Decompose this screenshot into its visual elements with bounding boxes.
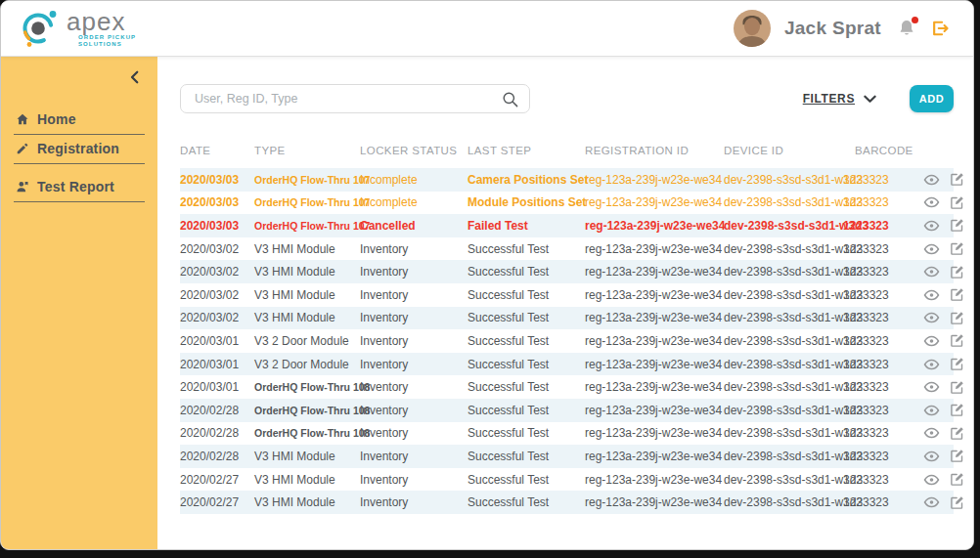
view-icon[interactable] — [923, 380, 940, 394]
edit-icon[interactable] — [950, 495, 964, 510]
records-table: DATE TYPE LOCKER STATUS LAST STEP REGIST… — [180, 140, 954, 514]
chevron-left-icon — [126, 68, 144, 86]
edit-icon[interactable] — [950, 357, 964, 371]
user-name: Jack Sprat — [784, 18, 881, 39]
table-row[interactable]: 2020/03/03 OrderHQ Flow-Thru 107 Cancell… — [180, 214, 954, 237]
notification-badge — [912, 17, 918, 23]
sidebar-item-label: Test Report — [37, 179, 114, 194]
edit-icon[interactable] — [950, 472, 964, 487]
logout-button[interactable] — [930, 19, 950, 38]
table-row[interactable]: 2020/03/03 OrderHQ Flow-Thru 107 Incompl… — [180, 192, 954, 215]
table-row[interactable]: 2020/03/03 OrderHQ Flow-Thru 107 Incompl… — [180, 168, 954, 192]
view-icon[interactable] — [923, 473, 940, 487]
view-icon[interactable] — [923, 426, 940, 440]
brand-name: apex — [67, 11, 136, 32]
apex-logo-icon — [19, 7, 60, 50]
logout-icon — [930, 19, 950, 38]
top-header: apex ORDER PICKUP SOLUTIONS Jack Sprat — [1, 1, 973, 57]
table-row[interactable]: 2020/03/01 OrderHQ Flow-Thru 108 Invento… — [180, 375, 954, 399]
avatar-photo — [734, 10, 771, 47]
filters-button[interactable]: FILTERS — [803, 92, 876, 106]
edit-icon[interactable] — [950, 287, 964, 302]
col-header-barcode: BARCODE — [855, 145, 923, 156]
edit-icon[interactable] — [950, 311, 964, 325]
edit-icon[interactable] — [950, 195, 964, 210]
table-row[interactable]: 2020/02/27 V3 HMI Module Inventory Succe… — [180, 491, 954, 514]
sidebar-item-test-report[interactable]: Test Report — [14, 173, 145, 202]
search-icon[interactable] — [501, 90, 519, 108]
sidebar-item-label: Home — [37, 111, 76, 127]
add-button[interactable]: ADD — [910, 85, 954, 112]
apex-logo: apex ORDER PICKUP SOLUTIONS — [19, 7, 136, 50]
table-row[interactable]: 2020/02/28 V3 HMI Module Inventory Succe… — [180, 445, 954, 468]
edit-icon[interactable] — [950, 265, 964, 279]
search-input[interactable] — [195, 92, 501, 106]
col-header-locker-status: LOCKER STATUS — [360, 145, 468, 156]
toolbar: FILTERS ADD — [180, 84, 954, 113]
table-row[interactable]: 2020/03/01 V3 2 Door Module Inventory Su… — [180, 353, 954, 376]
view-icon[interactable] — [923, 311, 940, 324]
view-icon[interactable] — [923, 450, 940, 463]
table-row[interactable]: 2020/03/02 V3 HMI Module Inventory Succe… — [180, 283, 954, 307]
view-icon[interactable] — [923, 358, 940, 371]
sidebar: Home Registration Test Report — [1, 57, 157, 549]
sidebar-item-label: Registration — [37, 141, 119, 156]
chevron-down-icon — [864, 95, 876, 104]
table-row[interactable]: 2020/03/02 V3 HMI Module Inventory Succe… — [180, 307, 954, 330]
notifications-button[interactable] — [897, 19, 916, 38]
col-header-device-id: DEVICE ID — [724, 145, 855, 156]
view-icon[interactable] — [923, 219, 940, 233]
edit-icon[interactable] — [950, 172, 964, 187]
view-icon[interactable] — [923, 404, 940, 417]
edit-icon[interactable] — [950, 218, 964, 233]
col-header-last-step: LAST STEP — [468, 145, 585, 156]
table-row[interactable]: 2020/03/02 V3 HMI Module Inventory Succe… — [180, 237, 954, 261]
table-header: DATE TYPE LOCKER STATUS LAST STEP REGIST… — [180, 140, 954, 161]
view-icon[interactable] — [923, 242, 940, 256]
col-header-type: TYPE — [254, 145, 360, 156]
home-icon — [16, 112, 29, 126]
table-row[interactable]: 2020/03/02 V3 HMI Module Inventory Succe… — [180, 260, 954, 283]
view-icon[interactable] — [923, 265, 940, 279]
brand-tagline: ORDER PICKUP SOLUTIONS — [78, 34, 136, 48]
table-row[interactable]: 2020/03/01 V3 2 Door Module Inventory Su… — [180, 329, 954, 353]
view-icon[interactable] — [923, 288, 940, 302]
edit-icon[interactable] — [950, 333, 964, 348]
edit-icon[interactable] — [950, 403, 964, 417]
sidebar-collapse-button[interactable] — [126, 68, 144, 86]
col-header-registration-id: REGISTRATION ID — [585, 145, 724, 156]
table-row[interactable]: 2020/02/28 OrderHQ Flow-Thru 108 Invento… — [180, 399, 954, 422]
filters-label: FILTERS — [803, 92, 855, 106]
pencil-icon — [16, 142, 29, 155]
edit-icon[interactable] — [950, 241, 964, 256]
table-row[interactable]: 2020/02/27 V3 HMI Module Inventory Succe… — [180, 468, 954, 492]
edit-icon[interactable] — [950, 449, 964, 463]
view-icon[interactable] — [923, 334, 940, 348]
user-icon — [16, 180, 29, 193]
sidebar-nav: Home Registration Test Report — [1, 106, 157, 202]
sidebar-item-registration[interactable]: Registration — [14, 135, 145, 164]
sidebar-item-home[interactable]: Home — [14, 106, 145, 135]
avatar[interactable] — [734, 10, 771, 47]
col-header-date: DATE — [180, 145, 254, 156]
edit-icon[interactable] — [950, 380, 964, 395]
table-body: 2020/03/03 OrderHQ Flow-Thru 107 Incompl… — [180, 168, 954, 514]
edit-icon[interactable] — [950, 426, 964, 441]
view-icon[interactable] — [923, 195, 940, 209]
view-icon[interactable] — [923, 495, 940, 509]
app-window: apex ORDER PICKUP SOLUTIONS Jack Sprat — [0, 0, 974, 550]
main-content: FILTERS ADD DATE TYPE LOCKER STATUS LAST… — [157, 57, 973, 549]
view-icon[interactable] — [923, 173, 940, 187]
search-box — [180, 84, 530, 113]
table-row[interactable]: 2020/02/28 OrderHQ Flow-Thru 108 Invento… — [180, 422, 954, 446]
